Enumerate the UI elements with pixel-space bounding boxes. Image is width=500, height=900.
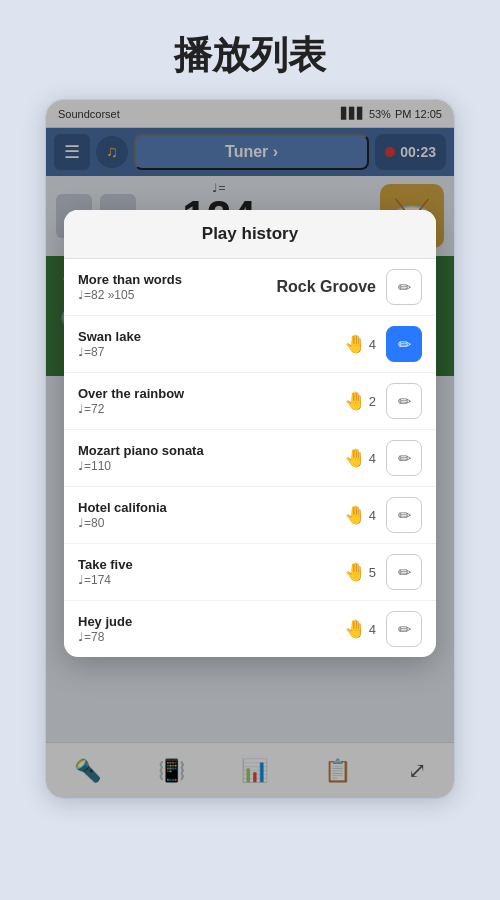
phone-frame: Soundcorset ▋▋▋ 53% PM 12:05 ☰ ♫ Tuner ›… [45, 99, 455, 799]
item-title: Take five [78, 557, 336, 574]
item-hand-count: 🤚 4 [344, 504, 376, 526]
item-right: 🤚 4 ✏ [344, 611, 422, 647]
item-right: 🤚 5 ✏ [344, 554, 422, 590]
list-item[interactable]: Take five ♩=174 🤚 5 ✏ [64, 544, 436, 601]
pencil-icon: ✏ [398, 392, 411, 411]
hand-icon: 🤚 [344, 504, 366, 526]
modal-title: Play history [64, 210, 436, 259]
list-item[interactable]: Hotel califonia ♩=80 🤚 4 ✏ [64, 487, 436, 544]
item-info: Swan lake ♩=87 [78, 329, 336, 360]
item-bpm: ♩=72 [78, 402, 336, 416]
item-right: 🤚 4 ✏ [344, 440, 422, 476]
item-bpm: ♩=82 »105 [78, 288, 268, 302]
item-title: Swan lake [78, 329, 336, 346]
item-hand-count: 🤚 4 [344, 447, 376, 469]
edit-button[interactable]: ✏ [386, 554, 422, 590]
item-title: Hey jude [78, 614, 336, 631]
item-info: Hey jude ♩=78 [78, 614, 336, 645]
pencil-icon: ✏ [398, 563, 411, 582]
pencil-icon: ✏ [398, 335, 411, 354]
list-item[interactable]: Over the rainbow ♩=72 🤚 2 ✏ [64, 373, 436, 430]
hand-icon: 🤚 [344, 447, 366, 469]
play-history-modal: Play history More than words ♩=82 »105 R… [64, 210, 436, 657]
item-hand-count: 🤚 2 [344, 390, 376, 412]
item-right: 🤚 4 ✏ [344, 497, 422, 533]
item-hand-count: 🤚 4 [344, 333, 376, 355]
list-item[interactable]: Mozart piano sonata ♩=110 🤚 4 ✏ [64, 430, 436, 487]
item-title: More than words [78, 272, 268, 289]
item-bpm: ♩=78 [78, 630, 336, 644]
hand-icon: 🤚 [344, 333, 366, 355]
list-item[interactable]: Swan lake ♩=87 🤚 4 ✏ [64, 316, 436, 373]
list-item[interactable]: Hey jude ♩=78 🤚 4 ✏ [64, 601, 436, 657]
item-bpm: ♩=87 [78, 345, 336, 359]
item-bpm: ♩=80 [78, 516, 336, 530]
pencil-icon: ✏ [398, 278, 411, 297]
item-title: Mozart piano sonata [78, 443, 336, 460]
item-info: Hotel califonia ♩=80 [78, 500, 336, 531]
item-info: Take five ♩=174 [78, 557, 336, 588]
edit-button[interactable]: ✏ [386, 497, 422, 533]
hand-icon: 🤚 [344, 618, 366, 640]
edit-button[interactable]: ✏ [386, 326, 422, 362]
pencil-icon: ✏ [398, 620, 411, 639]
page-title: 播放列表 [0, 0, 500, 99]
hand-icon: 🤚 [344, 390, 366, 412]
item-bpm: ♩=110 [78, 459, 336, 473]
item-info: Mozart piano sonata ♩=110 [78, 443, 336, 474]
item-title: Over the rainbow [78, 386, 336, 403]
list-item[interactable]: More than words ♩=82 »105 Rock Groove ✏ [64, 259, 436, 316]
item-info: Over the rainbow ♩=72 [78, 386, 336, 417]
item-style-label: Rock Groove [276, 278, 376, 296]
edit-button[interactable]: ✏ [386, 383, 422, 419]
pencil-icon: ✏ [398, 449, 411, 468]
item-right: Rock Groove ✏ [276, 269, 422, 305]
item-hand-count: 🤚 4 [344, 618, 376, 640]
edit-button[interactable]: ✏ [386, 269, 422, 305]
edit-button[interactable]: ✏ [386, 440, 422, 476]
pencil-icon: ✏ [398, 506, 411, 525]
item-title: Hotel califonia [78, 500, 336, 517]
item-bpm: ♩=174 [78, 573, 336, 587]
item-info: More than words ♩=82 »105 [78, 272, 268, 303]
modal-list: More than words ♩=82 »105 Rock Groove ✏ … [64, 259, 436, 657]
item-right: 🤚 2 ✏ [344, 383, 422, 419]
hand-icon: 🤚 [344, 561, 366, 583]
edit-button[interactable]: ✏ [386, 611, 422, 647]
item-right: 🤚 4 ✏ [344, 326, 422, 362]
item-hand-count: 🤚 5 [344, 561, 376, 583]
